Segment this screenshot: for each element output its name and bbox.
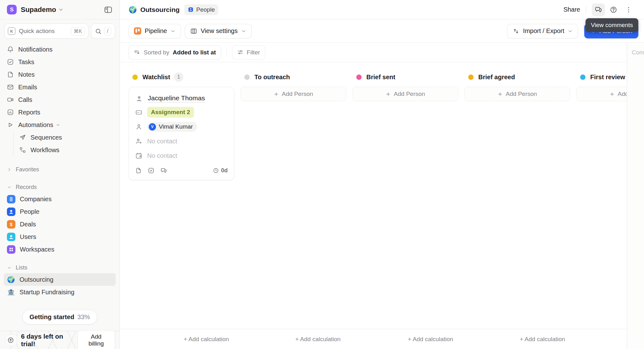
help-button[interactable]: [607, 3, 620, 16]
view-comments-button[interactable]: [592, 3, 605, 16]
person-icon: [7, 208, 15, 216]
sidebar-record-people[interactable]: People: [4, 205, 116, 218]
sidebar-list-outsourcing[interactable]: 🌍Outsourcing: [4, 273, 116, 286]
plus-icon: [274, 91, 279, 97]
person-card[interactable]: Jacqueline Thomas Assignment 2 V Vimal K…: [129, 87, 234, 180]
task-icon: [7, 58, 14, 65]
kanban-column-first-review: First reviewAdd Person: [576, 72, 627, 329]
sidebar-item-calls[interactable]: Calls: [4, 93, 116, 106]
owner-pill[interactable]: V Vimal Kumar: [147, 122, 197, 132]
divider: [586, 6, 586, 13]
list-emoji-icon: 🌍: [7, 275, 15, 284]
getting-started-button[interactable]: Getting started33%: [22, 310, 97, 324]
sidebar-item-emails[interactable]: Emails: [4, 81, 116, 93]
sidebar-item-automations[interactable]: Automations: [4, 119, 116, 131]
note-icon: [7, 71, 14, 78]
workspace-name[interactable]: Supademo: [21, 6, 56, 14]
time-in-stage: 0d: [213, 167, 228, 174]
chevron-down-icon: [56, 123, 60, 127]
view-settings-button[interactable]: View settings: [185, 24, 251, 38]
add-person-column-label: Add Person: [282, 91, 313, 97]
view-name: Pipeline: [145, 27, 167, 35]
sidebar-item-tasks[interactable]: Tasks: [4, 56, 116, 68]
sidebar-record-workspaces[interactable]: Workspaces: [4, 243, 116, 256]
sidebar-record-label: Users: [20, 233, 36, 241]
columns-icon: [190, 28, 197, 35]
favorites-label: Favorites: [16, 166, 39, 173]
sort-icon: [134, 49, 140, 56]
workspace-header: S Supademo: [0, 0, 119, 19]
comment-icon[interactable]: [160, 167, 167, 174]
assignment-pill[interactable]: Assignment 2: [147, 107, 194, 118]
sidebar-item-workflows[interactable]: Workflows: [13, 144, 116, 156]
sidebar-item-notifications[interactable]: Notifications: [4, 43, 116, 56]
share-button[interactable]: Share: [564, 6, 580, 13]
sidebar-list-startup-fundraising[interactable]: 🏦Startup Fundraising: [4, 286, 116, 298]
task-icon[interactable]: [148, 167, 154, 174]
import-export-icon: [513, 28, 519, 35]
sidebar-section-lists[interactable]: Lists: [4, 262, 116, 273]
calculation-row: + Add calculation+ Add calculation+ Add …: [120, 329, 627, 349]
sorted-by-button[interactable]: Sorted by Added to list at: [129, 45, 221, 60]
sidebar-section-records[interactable]: Records: [4, 181, 116, 193]
sidebar-list-label: Startup Fundraising: [19, 289, 75, 296]
sidebar-item-label: Sequences: [31, 134, 62, 141]
sort-filter-bar: Sorted by Added to list at Filter: [120, 43, 627, 62]
sidebar-item-label: Calls: [18, 96, 32, 103]
search-button[interactable]: /: [91, 24, 115, 39]
kanban-view-icon: [134, 27, 141, 35]
note-icon[interactable]: [135, 167, 142, 174]
import-export-button[interactable]: Import / Export: [507, 24, 578, 38]
filter-button[interactable]: Filter: [232, 45, 265, 60]
sidebar-record-companies[interactable]: Companies: [4, 193, 116, 205]
quick-actions-button[interactable]: K Quick actions ⌘K: [4, 24, 88, 39]
sidebar-record-label: People: [20, 208, 39, 215]
add-calculation-button[interactable]: + Add calculation: [184, 336, 229, 343]
chevron-down-icon: [58, 7, 64, 12]
column-name: First review: [590, 74, 625, 81]
more-options-button[interactable]: [622, 3, 635, 16]
add-person-column-button[interactable]: Add Person: [241, 87, 346, 101]
records-label: Records: [16, 184, 37, 191]
view-selector-button[interactable]: Pipeline: [129, 24, 181, 38]
plus-icon: [386, 91, 391, 97]
report-icon: [7, 109, 14, 116]
sidebar-item-notes[interactable]: Notes: [4, 68, 116, 81]
add-calculation-button[interactable]: + Add calculation: [520, 336, 565, 343]
add-calculation-button[interactable]: + Add calculation: [408, 336, 453, 343]
workspace-avatar[interactable]: S: [7, 5, 17, 14]
chevron-right-icon: [7, 167, 12, 172]
next-contact-value: No contact: [147, 152, 177, 159]
add-person-column-button[interactable]: Add Person: [464, 87, 570, 101]
add-billing-button[interactable]: Add billing: [77, 330, 115, 349]
add-calculation-button[interactable]: + Add calculation: [295, 336, 341, 343]
sidebar-record-deals[interactable]: $Deals: [4, 218, 116, 230]
column-header: First review: [576, 72, 627, 82]
upgrade-icon: [5, 334, 17, 346]
status-dot: [580, 75, 586, 80]
object-badge-label: People: [196, 6, 215, 13]
command-key-icon: K: [8, 27, 15, 35]
video-icon: [7, 96, 14, 103]
card-person-name[interactable]: Jacqueline Thomas: [148, 94, 205, 102]
status-dot: [356, 75, 362, 80]
add-person-column-button[interactable]: Add Person: [353, 87, 458, 101]
time-in-stage-value: 0d: [221, 167, 228, 174]
lists-list: 🌍Outsourcing🏦Startup Fundraising: [4, 273, 116, 298]
arrow-up-circle-icon: [7, 337, 14, 344]
sidebar-item-label: Workflows: [31, 147, 59, 154]
collapse-sidebar-icon[interactable]: [104, 5, 113, 14]
sidebar-item-reports[interactable]: Reports: [4, 106, 116, 119]
quick-actions-label: Quick actions: [19, 28, 71, 35]
person-icon: [7, 233, 15, 241]
sidebar-record-label: Deals: [20, 221, 36, 228]
column-name: To outreach: [254, 74, 290, 81]
divider: [226, 48, 227, 57]
object-badge-people[interactable]: People: [184, 4, 218, 15]
column-name: Brief sent: [366, 74, 395, 81]
page-header: 🌍 Outsourcing People Share: [120, 0, 644, 19]
add-person-column-button[interactable]: Add Person: [576, 87, 627, 101]
sidebar-section-favorites[interactable]: Favorites: [4, 164, 116, 175]
sidebar-item-sequences[interactable]: Sequences: [13, 131, 116, 144]
sidebar-record-users[interactable]: Users: [4, 230, 116, 243]
